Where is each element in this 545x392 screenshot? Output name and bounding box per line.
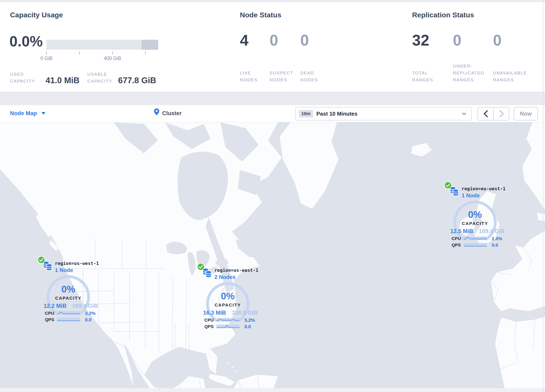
region-label[interactable]: region=us-west-1 (55, 261, 99, 266)
replication-status-title: Replication Status (412, 11, 474, 19)
breadcrumb[interactable]: Cluster (154, 108, 160, 119)
qps-value: 0.0 (244, 324, 251, 330)
cpu-label: CPU (452, 236, 461, 241)
capacity-usage-title: Capacity Usage (10, 11, 63, 19)
time-range-dropdown[interactable]: 10m Past 10 Minutes (296, 107, 472, 120)
database-stack-icon[interactable] (450, 186, 459, 197)
capacity-axis-tick (46, 51, 47, 55)
under-replicated-label: UNDER- REPLICATED RANGES (453, 62, 484, 83)
dead-nodes-label: DEAD NODES (300, 69, 318, 83)
capacity-percent: 0.0% (9, 33, 43, 50)
database-stack-icon[interactable] (43, 261, 52, 271)
cpu-value: 3.2% (85, 311, 95, 316)
cpu-sparkline (217, 318, 240, 322)
map-toolbar: Node Map Cluster 10m Past 10 Minutes Now (0, 105, 545, 122)
now-button[interactable]: Now (514, 107, 538, 120)
region-used-capacity: 12.2 MiB (44, 303, 67, 309)
database-stack-icon[interactable] (202, 268, 212, 278)
region-usable-capacity: 338.9 GiB (232, 310, 257, 316)
region-usable-capacity: 169.4 GiB (72, 303, 98, 309)
cpu-sparkline (57, 311, 80, 315)
cluster-summary-card: Capacity Usage 0.0% 0 GiB 400 GiB USED C… (0, 2, 545, 92)
region-node-count[interactable]: 1 Node (55, 267, 73, 274)
dead-nodes-count: 0 (300, 31, 309, 49)
time-range-value: Past 10 Minutes (316, 111, 358, 117)
cpu-value: 2.4% (492, 236, 502, 242)
capacity-axis-tick (145, 51, 146, 55)
qps-label: QPS (452, 243, 461, 248)
qps-label: QPS (45, 317, 54, 322)
world-map (0, 122, 545, 392)
capacity-bar-reserved-segment (142, 40, 158, 50)
region-node-count[interactable]: 2 Nodes (214, 274, 235, 280)
suspect-nodes-label: SUSPECT NODES (270, 69, 293, 83)
under-replicated-count: 0 (453, 31, 461, 49)
live-nodes-count: 4 (240, 31, 248, 49)
region-label[interactable]: region=eu-west-1 (462, 186, 506, 191)
total-ranges-count: 32 (412, 31, 429, 49)
time-back-button[interactable] (478, 107, 494, 120)
gauge-capacity-label: CAPACITY (454, 221, 496, 226)
cpu-label: CPU (204, 317, 214, 323)
capacity-axis-tick (112, 51, 113, 55)
total-ranges-label: TOTAL RANGES (412, 69, 433, 83)
qps-sparkline (57, 317, 80, 321)
time-step-buttons (477, 107, 509, 120)
region-label[interactable]: region=us-east-1 (214, 268, 258, 273)
capacity-axis-label: 400 GiB (98, 56, 127, 61)
capacity-axis-tick (79, 51, 80, 55)
gauge-capacity-label: CAPACITY (207, 303, 249, 308)
chevron-left-icon (483, 110, 488, 117)
breadcrumb-cluster[interactable]: Cluster (162, 110, 182, 117)
time-range-badge: 10m (299, 110, 313, 118)
qps-sparkline (217, 324, 240, 328)
qps-value: 0.0 (85, 317, 92, 323)
gauge-percent: 0% (47, 284, 89, 295)
qps-sparkline (464, 243, 487, 247)
gauge-capacity-label: CAPACITY (47, 296, 89, 301)
node-map: region=us-west-1 1 Node 0% CAPACITY 12.2… (0, 122, 545, 392)
node-status-title: Node Status (240, 11, 281, 19)
live-nodes-label: LIVE NODES (240, 69, 258, 83)
cpu-label: CPU (45, 311, 54, 316)
region-used-capacity: 12.5 MiB (450, 228, 473, 235)
chevron-down-icon (462, 112, 466, 115)
chevron-down-icon (41, 112, 46, 115)
region-node-count[interactable]: 1 Node (462, 192, 480, 199)
used-capacity-value: 41.0 MiB (46, 76, 79, 85)
scrollbar-track-line (543, 0, 543, 392)
gauge-percent: 0% (207, 290, 249, 302)
region-usable-capacity: 169.4 GiB (479, 228, 505, 235)
unavailable-ranges-count: 0 (493, 31, 502, 49)
qps-label: QPS (204, 324, 214, 329)
usable-capacity-label: USABLE CAPACITY (87, 71, 112, 84)
view-selector-dropdown[interactable]: Node Map (10, 110, 37, 117)
time-forward-button[interactable] (494, 107, 509, 120)
capacity-axis-label: 0 GiB (32, 56, 61, 61)
capacity-bar (46, 40, 158, 50)
suspect-nodes-count: 0 (270, 31, 278, 49)
used-capacity-label: USED CAPACITY (10, 71, 35, 84)
chevron-right-icon (499, 110, 504, 117)
region-used-capacity: 16.3 MiB (203, 310, 226, 316)
qps-value: 0.0 (492, 243, 498, 248)
cpu-value: 5.2% (244, 317, 255, 323)
usable-capacity-value: 677.8 GiB (118, 76, 156, 85)
cpu-sparkline (464, 236, 487, 240)
gauge-percent: 0% (454, 209, 496, 220)
map-pin-icon (154, 108, 160, 115)
unavailable-ranges-label: UNAVAILABLE RANGES (493, 69, 527, 83)
